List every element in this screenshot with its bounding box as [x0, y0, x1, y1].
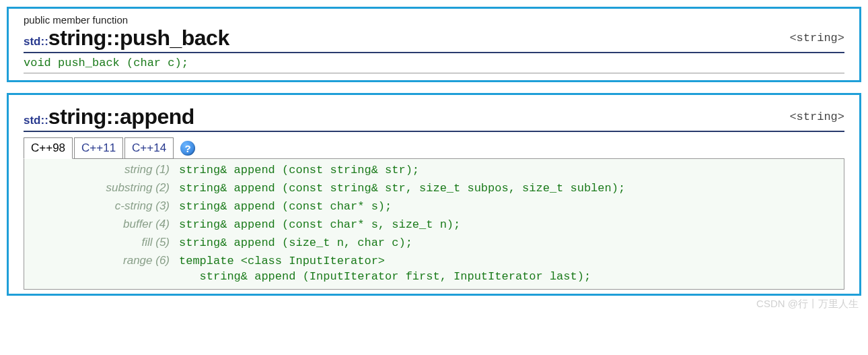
namespace-label: std:: [24, 114, 48, 127]
overload-row: fill (5) string& append (size_t n, char … [24, 234, 844, 253]
overload-label: fill (5) [141, 236, 170, 249]
namespace-label: std:: [24, 35, 48, 49]
overload-label: range (6) [123, 254, 170, 267]
overload-row: string (1) string& append (const string&… [24, 162, 844, 180]
overload-signature: string& append (const char* s); [179, 199, 392, 215]
overload-signature: template <class InputIterator> string& a… [179, 254, 591, 285]
declaration-push-back: void push_back (char c); [24, 53, 844, 73]
watermark: CSDN @行丨万里人生 [756, 298, 859, 311]
overload-label: string (1) [124, 163, 170, 176]
function-name: string::push_back [48, 26, 229, 51]
overload-signature: string& append (const string& str, size_… [179, 181, 625, 197]
overload-row: substring (2) string& append (const stri… [24, 180, 844, 198]
overload-signature: string& append (size_t n, char c); [179, 236, 412, 251]
append-panel: std:: string::append <string> C++98 C++1… [7, 93, 861, 296]
tab-cpp98[interactable]: C++98 [24, 137, 73, 159]
help-icon[interactable]: ? [180, 141, 195, 156]
overload-row: c-string (3) string& append (const char*… [24, 198, 844, 216]
header-include: <string> [789, 110, 844, 123]
header-include: <string> [789, 32, 844, 44]
overload-row: range (6) template <class InputIterator>… [24, 253, 844, 286]
overload-signature: string& append (const char* s, size_t n)… [179, 218, 460, 233]
overload-label: c-string (3) [115, 199, 170, 212]
function-name: string::append [48, 104, 194, 129]
standard-tabs: C++98 C++11 C++14 ? [24, 137, 844, 159]
push-back-panel: public member function std:: string::pus… [7, 7, 861, 82]
overloads-table: string (1) string& append (const string&… [24, 158, 844, 290]
overload-label: substring (2) [106, 181, 170, 194]
tab-cpp14[interactable]: C++14 [124, 137, 174, 159]
title-row-push-back: std:: string::push_back <string> [24, 26, 844, 53]
overload-row: buffer (4) string& append (const char* s… [24, 216, 844, 234]
overload-signature: string& append (const string& str); [179, 163, 419, 179]
title-row-append: std:: string::append <string> [24, 104, 844, 132]
tab-cpp11[interactable]: C++11 [74, 137, 123, 159]
subtype-label: public member function [24, 14, 844, 26]
overload-label: buffer (4) [123, 218, 170, 230]
